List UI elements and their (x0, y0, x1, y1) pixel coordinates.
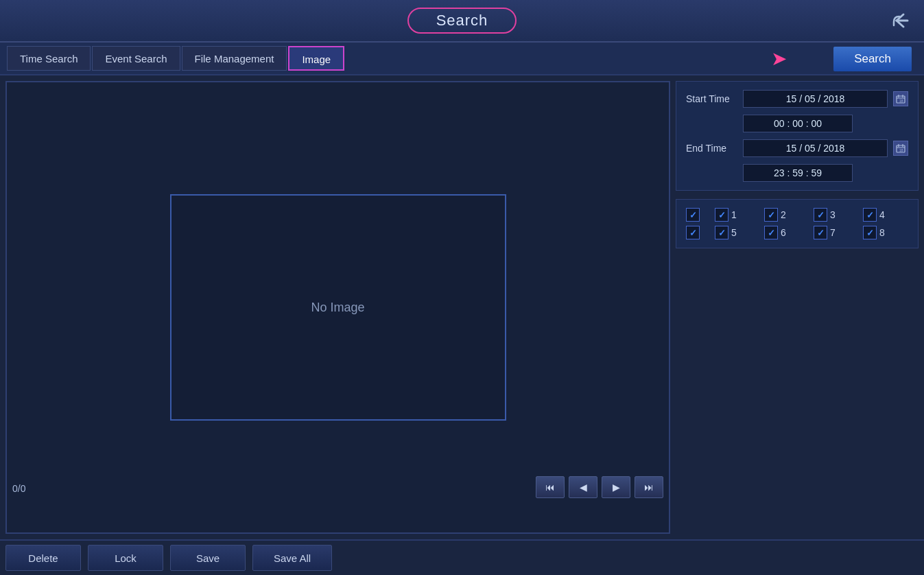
channel-section: 1 2 3 4 (676, 199, 919, 248)
start-calendar-icon[interactable]: 18 (893, 91, 908, 106)
channel-3-item[interactable]: 3 (814, 208, 859, 222)
last-frame-button[interactable]: ⏭ (635, 476, 663, 498)
bottom-bar: Delete Lock Save Save All (0, 539, 924, 575)
start-time-input[interactable]: 00 : 00 : 00 (743, 115, 853, 132)
main-content: No Image 0/0 ⏮ ◀ ▶ ⏭ Start Time 15 / (0, 75, 924, 539)
right-panel: Start Time 15 / 05 / 2018 18 00 : 00 : 0… (670, 75, 924, 539)
end-hms-row: 23 : 59 : 59 (686, 164, 908, 182)
channel-5-label: 5 (731, 227, 737, 238)
next-frame-icon: ▶ (613, 482, 620, 493)
channel-6-checkbox[interactable] (764, 226, 778, 239)
end-time-label: End Time (686, 143, 737, 154)
search-button-label: Search (854, 52, 891, 66)
channel-all-checkbox[interactable] (686, 208, 711, 222)
svg-text:18: 18 (899, 99, 903, 103)
end-date-input[interactable]: 15 / 05 / 2018 (743, 139, 888, 157)
channel-7-checkbox[interactable] (814, 226, 827, 239)
channel-7-label: 7 (830, 227, 836, 238)
next-frame-button[interactable]: ▶ (602, 476, 630, 498)
prev-frame-button[interactable]: ◀ (569, 476, 597, 498)
back-arrow-icon (890, 10, 910, 31)
channel-all-row2[interactable] (686, 226, 711, 239)
tabs-bar: Time Search Event Search File Management… (0, 43, 924, 75)
first-frame-button[interactable]: ⏮ (536, 476, 565, 498)
page-counter: 0/0 (12, 483, 25, 494)
channel-5-checkbox[interactable] (715, 226, 728, 239)
all-check-box[interactable] (686, 208, 700, 222)
end-calendar-icon[interactable]: 18 (893, 141, 908, 156)
channel-8-item[interactable]: 8 (863, 226, 908, 239)
channel-8-checkbox[interactable] (863, 226, 877, 239)
channel-2-label: 2 (781, 209, 786, 220)
channel-4-label: 4 (879, 209, 885, 220)
tab-file-management[interactable]: File Management (182, 46, 287, 71)
channel-4-checkbox[interactable] (863, 208, 877, 222)
channel-grid: 1 2 3 4 (686, 208, 908, 239)
start-time-row: Start Time 15 / 05 / 2018 18 (686, 90, 908, 108)
image-display-area: No Image (14, 89, 662, 526)
start-date-input[interactable]: 15 / 05 / 2018 (743, 90, 888, 108)
channel-4-item[interactable]: 4 (863, 208, 908, 222)
tab-event-search[interactable]: Event Search (92, 46, 180, 71)
page-title: Search (407, 8, 517, 34)
lock-button[interactable]: Lock (88, 545, 163, 571)
end-time-input[interactable]: 23 : 59 : 59 (743, 164, 853, 182)
save-button[interactable]: Save (170, 545, 246, 571)
time-settings: Start Time 15 / 05 / 2018 18 00 : 00 : 0… (676, 81, 919, 191)
channel-2-checkbox[interactable] (764, 208, 778, 222)
header: Search (0, 0, 924, 43)
channel-6-label: 6 (781, 227, 786, 238)
channel-1-label: 1 (731, 209, 737, 220)
no-image-text: No Image (311, 301, 364, 315)
channel-2-item[interactable]: 2 (764, 208, 809, 222)
channel-5-item[interactable]: 5 (715, 226, 760, 239)
channel-1-item[interactable]: 1 (715, 208, 760, 222)
delete-button[interactable]: Delete (5, 545, 81, 571)
image-panel: No Image 0/0 ⏮ ◀ ▶ ⏭ (5, 81, 670, 534)
channel-6-item[interactable]: 6 (764, 226, 809, 239)
channel-8-label: 8 (879, 227, 885, 238)
prev-frame-icon: ◀ (580, 482, 587, 493)
search-button[interactable]: Search (833, 47, 912, 71)
start-time-label: Start Time (686, 93, 737, 104)
svg-text:18: 18 (899, 148, 903, 152)
end-time-row: End Time 15 / 05 / 2018 18 (686, 139, 908, 157)
save-all-button[interactable]: Save All (252, 545, 332, 571)
playback-controls: ⏮ ◀ ▶ ⏭ (536, 476, 663, 498)
tab-time-search[interactable]: Time Search (7, 46, 91, 71)
first-frame-icon: ⏮ (545, 482, 555, 493)
all-check-box-row2[interactable] (686, 226, 700, 239)
search-arrow-indicator: ➤ (771, 47, 787, 70)
start-hms-row: 00 : 00 : 00 (686, 115, 908, 132)
channel-3-label: 3 (830, 209, 836, 220)
channel-1-checkbox[interactable] (715, 208, 728, 222)
channel-7-item[interactable]: 7 (814, 226, 859, 239)
image-inner-box: No Image (170, 194, 506, 421)
channel-3-checkbox[interactable] (814, 208, 827, 222)
last-frame-icon: ⏭ (644, 482, 654, 493)
back-button[interactable] (890, 10, 910, 31)
tab-image[interactable]: Image (288, 46, 344, 71)
